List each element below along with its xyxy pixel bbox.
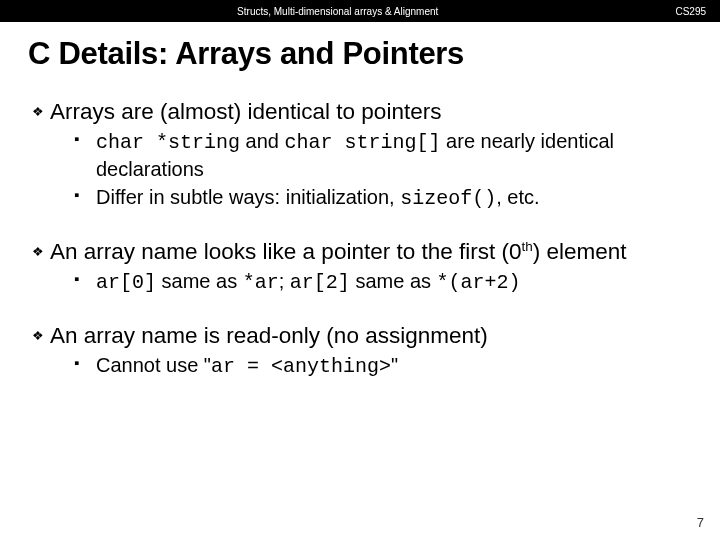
bullet-3: ❖ An array name is read-only (no assignm…	[26, 322, 694, 350]
diamond-bullet-icon: ❖	[26, 322, 50, 343]
bullet-1-sub-2: ▪ Differ in subtle ways: initialization,…	[74, 184, 694, 212]
square-bullet-icon: ▪	[74, 268, 96, 287]
bullet-2-sub-1: ▪ ar[0] same as *ar; ar[2] same as *(ar+…	[74, 268, 694, 296]
top-bar: Structs, Multi-dimensional arrays & Alig…	[0, 0, 720, 22]
diamond-bullet-icon: ❖	[26, 98, 50, 119]
bullet-2-sub-1-text: ar[0] same as *ar; ar[2] same as *(ar+2)	[96, 268, 521, 296]
square-bullet-icon: ▪	[74, 352, 96, 371]
bullet-1-sub-2-text: Differ in subtle ways: initialization, s…	[96, 184, 540, 212]
bullet-1-text: Arrays are (almost) identical to pointer…	[50, 98, 441, 126]
diamond-bullet-icon: ❖	[26, 238, 50, 259]
slide-title: C Details: Arrays and Pointers	[0, 22, 720, 84]
square-bullet-icon: ▪	[74, 128, 96, 147]
bullet-3-sub-1: ▪ Cannot use "ar = <anything>"	[74, 352, 694, 380]
bullet-3-sub-1-text: Cannot use "ar = <anything>"	[96, 352, 398, 380]
bullet-2: ❖ An array name looks like a pointer to …	[26, 238, 694, 266]
topbar-title: Structs, Multi-dimensional arrays & Alig…	[0, 6, 675, 17]
page-number: 7	[697, 515, 704, 530]
bullet-2-text: An array name looks like a pointer to th…	[50, 238, 627, 266]
square-bullet-icon: ▪	[74, 184, 96, 203]
bullet-1-sub-1-text: char *string and char string[] are nearl…	[96, 128, 694, 182]
slide-body: ❖ Arrays are (almost) identical to point…	[0, 98, 720, 380]
bullet-1-sub-1: ▪ char *string and char string[] are nea…	[74, 128, 694, 182]
bullet-1: ❖ Arrays are (almost) identical to point…	[26, 98, 694, 126]
bullet-3-text: An array name is read-only (no assignmen…	[50, 322, 488, 350]
course-code: CS295	[675, 6, 706, 17]
